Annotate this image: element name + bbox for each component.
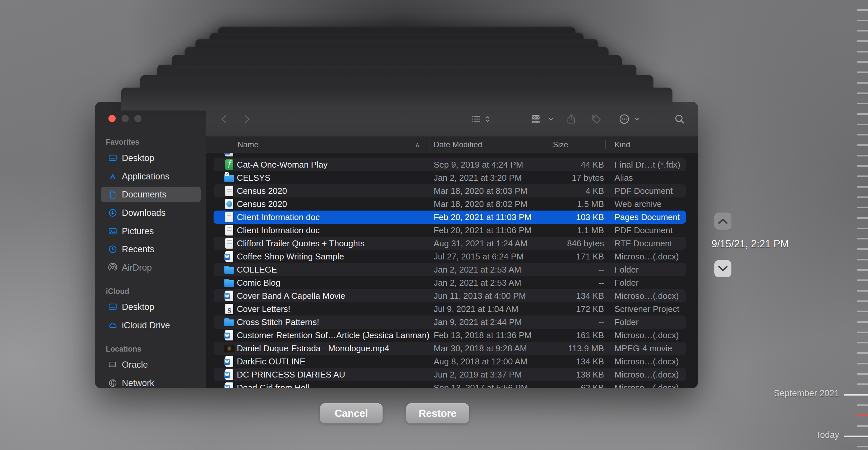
video-icon (224, 343, 235, 354)
timeline-tick[interactable] (857, 238, 868, 240)
file-row[interactable]: ↗ CELSYS Jan 2, 2021 at 3:20 PM 17 bytes… (214, 171, 686, 184)
timeline-tick[interactable] (857, 404, 868, 406)
sidebar-item-network[interactable]: Network (101, 375, 201, 388)
timeline-tick[interactable] (857, 82, 868, 84)
sidebar-item-recents[interactable]: Recents (101, 242, 201, 257)
file-row[interactable] (214, 153, 686, 158)
timeline-tick[interactable] (857, 384, 868, 385)
timeline-tick[interactable] (857, 290, 868, 291)
column-header-date-modified[interactable]: Date Modified (434, 136, 482, 153)
file-size: 171 KB (508, 250, 604, 263)
sidebar-item-pictures[interactable]: Pictures (101, 223, 201, 239)
timeline-tick[interactable] (857, 425, 868, 427)
file-row[interactable]: Cover Letters! Jul 9, 2021 at 1:04 AM 17… (214, 302, 686, 315)
timeline-tick[interactable] (857, 30, 868, 31)
time-machine-forward-button[interactable] (714, 260, 732, 277)
timeline-tick[interactable] (857, 196, 868, 198)
timeline-tick[interactable] (857, 9, 868, 11)
timeline-tick[interactable] (857, 51, 868, 53)
timeline-tick[interactable] (857, 207, 868, 208)
column-header-kind[interactable]: Kind (615, 136, 630, 153)
cancel-button[interactable]: Cancel (320, 403, 382, 423)
file-row[interactable]: DC PRINCESS DIARIES AU Jun 2, 2019 at 3:… (214, 368, 686, 381)
timeline-tick[interactable] (857, 279, 868, 281)
minimize-button[interactable] (122, 115, 129, 122)
time-machine-back-button[interactable] (714, 213, 732, 230)
close-button[interactable] (108, 115, 116, 122)
timeline-tick[interactable] (857, 269, 868, 271)
file-row[interactable]: COLLEGE Jan 2, 2021 at 2:53 AM -- Folder (214, 263, 686, 276)
sidebar-item-downloads[interactable]: Downloads (101, 205, 201, 221)
timeline-tick[interactable] (857, 144, 868, 146)
search-icon[interactable] (674, 113, 685, 124)
sidebar-section-label: Locations (106, 345, 142, 354)
file-row[interactable]: Client Information doc Feb 20, 2021 at 1… (214, 224, 686, 237)
timeline-tick[interactable] (857, 311, 868, 312)
file-row[interactable]: Client Information doc Feb 20, 2021 at 1… (214, 210, 686, 224)
back-icon[interactable] (218, 113, 229, 124)
timeline-tick[interactable] (857, 175, 868, 177)
file-row[interactable]: Cat-A One-Woman Play Sep 9, 2019 at 4:24… (214, 158, 686, 171)
restore-button[interactable]: Restore (406, 403, 469, 423)
zoom-button[interactable] (134, 115, 142, 122)
file-kind: RTF Document (615, 237, 672, 250)
file-row[interactable]: Dead Girl from Hell Sep 13, 2017 at 5:56… (214, 381, 686, 388)
file-row[interactable]: Clifford Trailer Quotes + Thoughts Aug 3… (214, 237, 686, 250)
timeline-tick[interactable] (857, 217, 868, 219)
file-row[interactable]: Cross Stitch Patterns! Jan 9, 2021 at 2:… (214, 315, 686, 329)
timeline-tick[interactable] (857, 72, 868, 73)
timeline-tick[interactable] (857, 373, 868, 375)
timeline-tick[interactable] (857, 113, 868, 115)
timeline-tick[interactable] (857, 259, 868, 260)
sidebar-item-icloud-drive[interactable]: iCloud Drive (101, 317, 201, 333)
timeline-tick[interactable] (857, 321, 868, 323)
timeline-tick[interactable] (857, 124, 868, 125)
sort-toggle-icon[interactable] (484, 115, 491, 123)
timeline-tick[interactable] (857, 363, 868, 364)
file-row[interactable]: Census 2020 Mar 18, 2020 at 8:02 PM 1.5 … (214, 197, 686, 210)
timeline-tick[interactable] (844, 435, 868, 437)
timeline-tick[interactable] (857, 342, 868, 343)
timeline-tick[interactable] (857, 40, 868, 42)
chevron-down-icon[interactable] (633, 115, 640, 123)
sidebar-item-oracle[interactable]: Oracle (101, 357, 201, 373)
file-row[interactable]: Daniel Duque-Estrada - Monologue.mp4 Mar… (214, 342, 686, 355)
sidebar-item-desktop[interactable]: Desktop (101, 150, 201, 166)
share-icon[interactable] (566, 113, 577, 124)
file-row[interactable]: DarkFic OUTLINE Aug 8, 2018 at 12:00 AM … (214, 355, 686, 368)
column-header-name[interactable]: Name (238, 136, 258, 153)
timeline-tick[interactable] (857, 20, 868, 21)
timeline-tick[interactable] (857, 446, 868, 447)
forward-icon[interactable] (241, 113, 252, 124)
sidebar-item-airdrop[interactable]: AirDrop (101, 260, 201, 276)
timeline-tick-current[interactable] (857, 415, 868, 416)
timeline-tick[interactable] (857, 103, 868, 104)
timeline-tick[interactable] (857, 248, 868, 250)
column-header-size[interactable]: Size (553, 136, 568, 153)
file-row[interactable]: Comic Blog Jan 2, 2021 at 2:53 AM -- Fol… (214, 276, 686, 289)
timeline-tick[interactable] (857, 165, 868, 167)
timeline-tick[interactable] (857, 155, 868, 157)
timeline-tick[interactable] (857, 332, 868, 333)
timeline-tick[interactable] (844, 394, 868, 396)
file-row[interactable]: Customer Retention Sof…Article (Jessica … (214, 329, 686, 342)
file-row[interactable]: Census 2020 Mar 18, 2020 at 8:03 PM 4 KB… (214, 184, 686, 197)
timeline-tick[interactable] (857, 61, 868, 63)
timeline-tick[interactable] (857, 228, 868, 229)
file-row[interactable]: Coffee Shop Writing Sample Jul 27, 2015 … (214, 250, 686, 263)
group-view-icon[interactable] (530, 113, 541, 124)
chevron-down-icon[interactable] (547, 115, 555, 123)
tag-icon[interactable] (591, 113, 602, 124)
timeline-tick[interactable] (857, 352, 868, 354)
sidebar-item-desktop[interactable]: Desktop (101, 299, 201, 315)
sidebar-item-applications[interactable]: Applications (101, 169, 201, 184)
timeline-tick[interactable] (857, 301, 868, 302)
timeline-tick[interactable] (857, 186, 868, 188)
timeline-tick[interactable] (857, 134, 868, 136)
file-row[interactable]: Cover Band A Capella Movie Jun 11, 2013 … (214, 289, 686, 302)
list-view-icon[interactable] (470, 113, 482, 124)
file-name: Daniel Duque-Estrada - Monologue.mp4 (237, 342, 389, 355)
sidebar-item-documents[interactable]: Documents (101, 187, 201, 202)
timeline-tick[interactable] (857, 92, 868, 94)
more-options-icon[interactable] (619, 113, 630, 124)
